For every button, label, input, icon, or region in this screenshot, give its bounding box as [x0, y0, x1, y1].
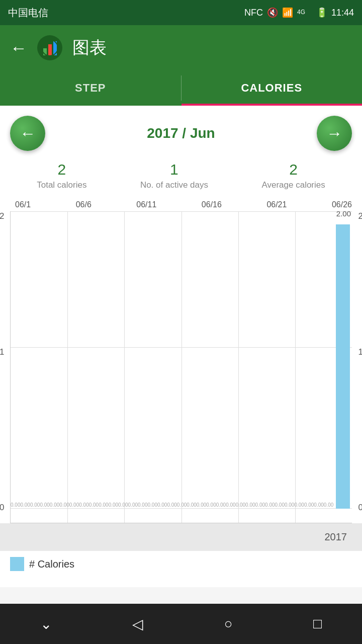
y-label-top-left: 2	[0, 211, 4, 221]
total-calories-label: Total calories	[37, 180, 86, 190]
v-grid-line-4	[238, 211, 239, 523]
tab-calories[interactable]: CALORIES	[182, 70, 363, 106]
svg-text:4G: 4G	[297, 9, 305, 16]
x-label-1: 06/6	[76, 200, 92, 209]
average-calories-stat: 2 Average calories	[261, 161, 325, 190]
prev-arrow-icon: ←	[20, 124, 36, 143]
content-area: ← 2017 / Jun → 2 Total calories 1 No. of…	[0, 106, 362, 587]
y-label-mid-left: 1	[0, 347, 4, 357]
bar-value-label: 2.00	[336, 209, 351, 218]
year-section: 2017	[0, 523, 362, 551]
svg-rect-2	[48, 44, 52, 55]
x-label-3: 06/16	[202, 200, 222, 209]
next-month-button[interactable]: →	[317, 116, 352, 151]
active-days-stat: 1 No. of active days	[140, 161, 208, 190]
next-arrow-icon: →	[326, 124, 342, 143]
battery-icon: 🔋	[316, 7, 327, 18]
x-label-0: 06/1	[15, 200, 31, 209]
v-grid-line-5	[295, 211, 296, 523]
legend-label: # Calories	[29, 558, 74, 570]
legend-color-swatch	[10, 557, 24, 571]
clock: 11:44	[331, 8, 354, 18]
status-icons: NFC 🔇 📶 4G 🔋 11:44	[244, 6, 354, 20]
app-icon	[37, 35, 62, 60]
tab-step[interactable]: STEP	[0, 70, 181, 106]
mute-icon: 🔇	[267, 7, 278, 18]
legend: # Calories	[0, 551, 362, 577]
average-calories-label: Average calories	[261, 180, 325, 190]
x-label-2: 06/11	[136, 200, 156, 209]
v-grid-line-3	[182, 211, 182, 523]
prev-month-button[interactable]: ←	[10, 116, 45, 151]
app-header: ← 图表	[0, 25, 362, 70]
tabs-container: STEP CALORIES	[0, 70, 362, 106]
active-days-value: 1	[170, 161, 178, 178]
stats-row: 2 Total calories 1 No. of active days 2 …	[0, 156, 362, 200]
zero-line-row: 0.000.000.000.000.000.000.000.000.000.00…	[11, 500, 352, 509]
wifi-icon: 📶	[282, 7, 293, 18]
y-label-bottom-left: 0	[0, 503, 4, 513]
x-label-4: 06/21	[266, 200, 287, 209]
nav-recent-button[interactable]: □	[313, 616, 322, 632]
zero-line-text: 0.000.000.000.000.000.000.000.000.000.00…	[11, 502, 333, 508]
x-axis-labels: 06/1 06/6 06/11 06/16 06/21 06/26	[0, 200, 362, 209]
page-title: 图表	[72, 36, 107, 59]
nav-home-button[interactable]: ○	[224, 616, 233, 632]
y-label-mid-right: 1	[358, 347, 362, 357]
v-grid-line-1	[67, 211, 68, 523]
year-label: 2017	[325, 531, 347, 543]
bottom-nav: ⌄ ◁ ○ □	[0, 604, 362, 644]
status-bar: 中国电信 NFC 🔇 📶 4G 🔋 11:44	[0, 0, 362, 25]
average-calories-value: 2	[289, 161, 298, 178]
total-calories-value: 2	[57, 161, 66, 178]
back-button[interactable]: ←	[10, 38, 27, 58]
signal-icon: 4G	[297, 6, 312, 20]
chart-container: 2 1 0 2 1 0 2.00 0.000.000.000.000.000	[0, 211, 362, 523]
x-label-5: 06/26	[332, 200, 352, 209]
nfc-icon: NFC	[244, 8, 263, 18]
chart-area: 2 1 0 2 1 0 2.00 0.000.000.000.000.000	[10, 211, 352, 523]
total-calories-stat: 2 Total calories	[37, 161, 86, 190]
month-navigation: ← 2017 / Jun →	[0, 106, 362, 156]
active-days-label: No. of active days	[140, 180, 208, 190]
v-grid-line-2	[124, 211, 125, 523]
y-label-bottom-right: 0	[358, 503, 362, 513]
nav-chevron-button[interactable]: ⌄	[40, 616, 52, 632]
current-month: 2017 / Jun	[147, 125, 215, 141]
carrier-label: 中国电信	[8, 6, 48, 20]
nav-back-button[interactable]: ◁	[132, 616, 143, 632]
calories-bar	[336, 224, 350, 509]
y-label-top-right: 2	[358, 211, 362, 221]
